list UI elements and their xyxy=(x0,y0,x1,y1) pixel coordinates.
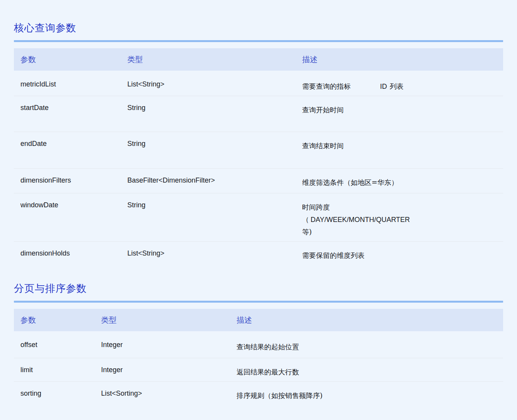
param-cell: sorting xyxy=(14,390,101,398)
column-header-desc: 描述 xyxy=(302,54,503,65)
table-row: sorting List<Sorting> 排序规则（如按销售额降序) xyxy=(14,381,503,409)
param-cell: windowDate xyxy=(14,201,127,209)
desc-paren: （ xyxy=(302,215,309,224)
type-cell: Integer xyxy=(101,366,237,374)
type-cell: String xyxy=(127,140,302,148)
table-row: offset Integer 查询结果的起始位置 xyxy=(14,333,503,358)
table-body: metricIdList List<String> 需要查询的指标ID列表 st… xyxy=(14,73,503,269)
desc-line-1: 时间跨度 xyxy=(302,201,503,213)
table-row: metricIdList List<String> 需要查询的指标ID列表 xyxy=(14,73,503,96)
document-page: 核心查询参数 参数 类型 描述 metricIdList List<String… xyxy=(0,0,517,420)
type-cell: String xyxy=(127,201,302,209)
table-row: endDate String 查询结束时间 xyxy=(14,132,503,168)
desc-line-2: （DAY/WEEK/MONTH/QUARTER xyxy=(302,213,503,226)
desc-cell: 查询结果的起始位置 xyxy=(237,341,503,353)
desc-cell: 时间跨度 （DAY/WEEK/MONTH/QUARTER 等) xyxy=(302,201,503,238)
type-cell: List<Sorting> xyxy=(101,390,237,398)
table-row: dimensionFilters BaseFilter<DimensionFil… xyxy=(14,168,503,193)
desc-line-3: 等) xyxy=(302,226,503,238)
table-row: dimensionHolds List<String> 需要保留的维度列表 xyxy=(14,241,503,269)
desc-suffix-text: 列表 xyxy=(390,82,404,90)
param-cell: dimensionFilters xyxy=(14,176,127,185)
desc-cell: 返回结果的最大行数 xyxy=(237,366,503,378)
type-cell: String xyxy=(127,104,302,112)
table-body: offset Integer 查询结果的起始位置 limit Integer 返… xyxy=(14,333,503,409)
desc-cell: 查询开始时间 xyxy=(302,104,503,116)
desc-text: 需要查询的指标 xyxy=(302,82,351,90)
param-cell: startDate xyxy=(14,104,127,112)
column-header-type: 类型 xyxy=(101,315,237,325)
param-cell: limit xyxy=(14,366,101,374)
type-cell: BaseFilter<DimensionFilter> xyxy=(127,176,302,185)
desc-cell: 需要查询的指标ID列表 xyxy=(302,80,503,93)
column-header-param: 参数 xyxy=(14,315,101,325)
param-cell: endDate xyxy=(14,140,127,148)
param-cell: offset xyxy=(14,341,101,349)
type-cell: List<String> xyxy=(127,80,302,88)
desc-latin-text: ID xyxy=(380,83,387,90)
table-row: startDate String 查询开始时间 xyxy=(14,96,503,132)
type-cell: List<String> xyxy=(127,249,302,257)
desc-cell: 查询结束时间 xyxy=(302,140,503,152)
section-title-paging-sorting-params: 分页与排序参数 xyxy=(14,269,503,295)
column-header-type: 类型 xyxy=(127,54,302,65)
type-cell: Integer xyxy=(101,341,237,349)
desc-latin-text: DAY/WEEK/MONTH/QUARTER xyxy=(311,216,410,224)
title-underline xyxy=(14,301,503,303)
table-header-row: 参数 类型 描述 xyxy=(14,48,503,71)
param-cell: metricIdList xyxy=(14,80,127,88)
table-header-row: 参数 类型 描述 xyxy=(14,309,503,331)
column-header-param: 参数 xyxy=(14,54,127,65)
table-row: windowDate String 时间跨度 （DAY/WEEK/MONTH/Q… xyxy=(14,193,503,241)
table-row: limit Integer 返回结果的最大行数 xyxy=(14,358,503,381)
desc-cell: 维度筛选条件（如地区=华东） xyxy=(302,176,503,189)
section-title-core-query-params: 核心查询参数 xyxy=(14,0,503,35)
core-query-params-table: 参数 类型 描述 metricIdList List<String> 需要查询的… xyxy=(14,48,503,269)
paging-sorting-params-table: 参数 类型 描述 offset Integer 查询结果的起始位置 limit … xyxy=(14,309,503,409)
desc-cell: 需要保留的维度列表 xyxy=(302,249,503,262)
column-header-desc: 描述 xyxy=(237,315,503,325)
param-cell: dimensionHolds xyxy=(14,249,127,257)
desc-cell: 排序规则（如按销售额降序) xyxy=(237,390,503,402)
title-underline xyxy=(14,40,503,42)
